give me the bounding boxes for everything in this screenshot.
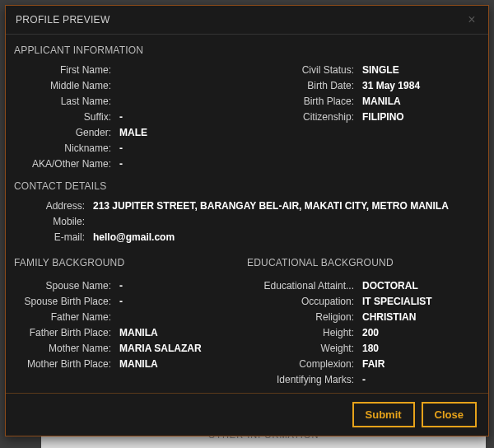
field-row: Birth Date:31 May 1984 [247,78,480,94]
modal-title: PROFILE PREVIEW [16,14,465,26]
field-value: FAIR [357,357,480,372]
field-row: E-mail:hello@gmail.com [14,230,480,245]
field-value: hello@gmail.com [88,230,480,245]
applicant-columns: First Name:Middle Name:Last Name:Suffix:… [14,63,480,172]
field-value: MANILA [357,94,480,110]
submit-button[interactable]: Submit [352,402,415,427]
field-value [114,94,247,110]
field-label: E-mail: [14,230,88,245]
field-row: Religion:CHRISTIAN [247,310,480,325]
field-label: Suffix: [14,110,114,125]
field-row: Suffix:- [14,110,247,125]
field-label: Birth Date: [247,78,357,94]
field-row: Last Name: [14,94,247,110]
field-label: Mother Name: [14,341,114,357]
field-value: 200 [357,325,480,341]
field-row: Citizenship:FILIPINO [247,110,480,125]
family-col: FAMILY BACKGROUND Spouse Name:-Spouse Bi… [14,254,247,388]
field-row: Mother Name:MARIA SALAZAR [14,341,247,357]
field-row: Mother Birth Place:MANILA [14,357,247,372]
field-label: Spouse Name: [14,278,114,294]
field-label: Middle Name: [14,78,114,94]
field-row: Occupation:IT SPECIALIST [247,294,480,310]
modal-header: PROFILE PREVIEW × [6,6,488,35]
field-value: SINGLE [357,63,480,78]
field-row: Height:200 [247,325,480,341]
field-row: Identifying Marks:- [247,372,480,388]
field-row: Birth Place:MANILA [247,94,480,110]
profile-preview-modal: PROFILE PREVIEW × APPLICANT INFORMATION … [5,5,489,436]
field-value: - [114,294,247,310]
field-row: Weight:180 [247,341,480,357]
field-label: Mobile: [14,214,88,230]
field-value [114,63,247,78]
field-label: Complexion: [247,357,357,372]
field-value: MALE [114,125,247,141]
section-family-title: FAMILY BACKGROUND [14,257,247,268]
contact-list: Address:213 JUPITER STREET, BARANGAY BEL… [14,198,480,245]
field-label: Civil Status: [247,63,357,78]
field-value: - [114,278,247,294]
applicant-left-col: First Name:Middle Name:Last Name:Suffix:… [14,63,247,172]
field-value: CHRISTIAN [357,310,480,325]
field-label: Address: [14,198,88,214]
modal-body: APPLICANT INFORMATION First Name:Middle … [6,35,488,393]
field-value: - [114,141,247,156]
field-value: - [114,110,247,125]
applicant-right-col: Civil Status:SINGLEBirth Date:31 May 198… [247,63,480,172]
field-value: 180 [357,341,480,357]
field-label: Gender: [14,125,114,141]
field-label: AKA/Other Name: [14,156,114,172]
field-value: DOCTORAL [357,278,480,294]
section-education-title: EDUCATIONAL BACKGROUND [247,257,480,268]
field-value: FILIPINO [357,110,480,125]
field-value: IT SPECIALIST [357,294,480,310]
field-label: Educational Attaint... [247,278,357,294]
field-value: - [114,156,247,172]
field-label: Spouse Birth Place: [14,294,114,310]
field-value: 31 May 1984 [357,78,480,94]
field-label: Mother Birth Place: [14,357,114,372]
field-row: Nickname:- [14,141,247,156]
field-value [114,78,247,94]
field-label: Birth Place: [247,94,357,110]
education-col: EDUCATIONAL BACKGROUND Educational Attai… [247,254,480,388]
field-label: Nickname: [14,141,114,156]
field-row: Civil Status:SINGLE [247,63,480,78]
field-label: Last Name: [14,94,114,110]
field-label: Occupation: [247,294,357,310]
field-row: Father Name: [14,310,247,325]
field-row: Father Birth Place:MANILA [14,325,247,341]
field-value: MANILA [114,357,247,372]
close-button[interactable]: Close [422,402,477,427]
modal-footer: Submit Close [6,393,488,436]
field-row: Gender:MALE [14,125,247,141]
field-row: Educational Attaint...DOCTORAL [247,278,480,294]
field-row: Spouse Birth Place:- [14,294,247,310]
field-row: First Name: [14,63,247,78]
field-label: Father Birth Place: [14,325,114,341]
field-row: Mobile: [14,214,480,230]
field-label: Identifying Marks: [247,372,357,388]
close-icon[interactable]: × [465,12,478,27]
field-row: Complexion:FAIR [247,357,480,372]
lower-columns: FAMILY BACKGROUND Spouse Name:-Spouse Bi… [14,254,480,388]
education-list: Educational Attaint...DOCTORALOccupation… [247,278,480,388]
field-row: AKA/Other Name:- [14,156,247,172]
section-contact-title: CONTACT DETAILS [14,180,480,192]
field-value: 213 JUPITER STREET, BARANGAY BEL-AIR, MA… [88,198,480,214]
field-row: Middle Name: [14,78,247,94]
field-label: Citizenship: [247,110,357,125]
field-value: MANILA [114,325,247,341]
field-value: MARIA SALAZAR [114,341,247,357]
field-label: Height: [247,325,357,341]
section-applicant-title: APPLICANT INFORMATION [14,44,480,56]
field-value [114,310,247,325]
field-value: - [357,372,480,388]
field-label: Weight: [247,341,357,357]
field-label: First Name: [14,63,114,78]
field-label: Religion: [247,310,357,325]
field-row: Address:213 JUPITER STREET, BARANGAY BEL… [14,198,480,214]
field-label: Father Name: [14,310,114,325]
field-row: Spouse Name:- [14,278,247,294]
